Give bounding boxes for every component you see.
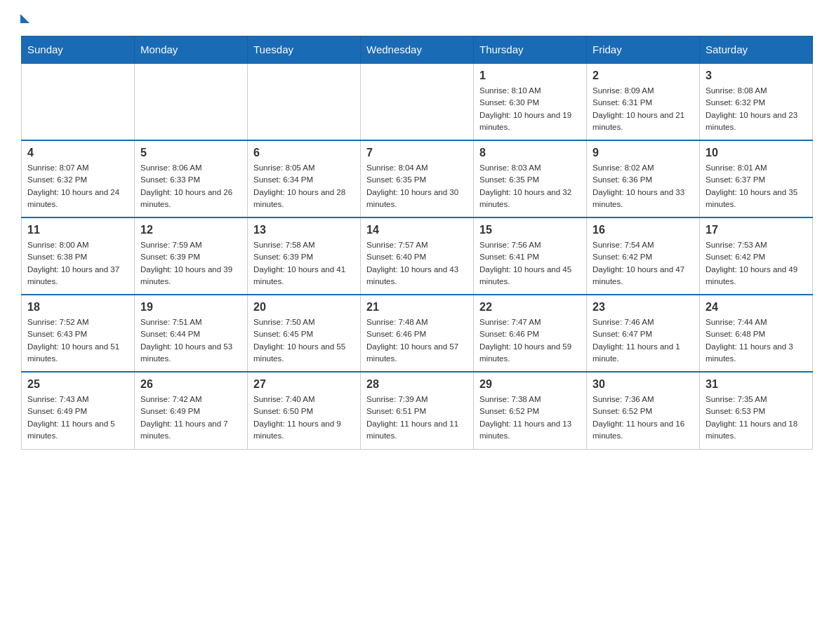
calendar-cell: 4Sunrise: 8:07 AMSunset: 6:32 PMDaylight…	[22, 140, 135, 217]
day-number: 23	[593, 301, 694, 314]
calendar-header-monday: Monday	[135, 36, 248, 64]
day-number: 5	[140, 147, 241, 159]
day-info: Sunrise: 8:08 AMSunset: 6:32 PMDaylight:…	[706, 85, 807, 133]
day-number: 11	[27, 224, 128, 236]
day-info: Sunrise: 7:56 AMSunset: 6:41 PMDaylight:…	[479, 239, 581, 288]
calendar-cell: 10Sunrise: 8:01 AMSunset: 6:37 PMDayligh…	[700, 140, 813, 217]
calendar-cell: 11Sunrise: 8:00 AMSunset: 6:38 PMDayligh…	[22, 217, 135, 295]
calendar-cell: 5Sunrise: 8:06 AMSunset: 6:33 PMDaylight…	[135, 140, 248, 217]
day-info: Sunrise: 7:48 AMSunset: 6:46 PMDaylight:…	[366, 316, 468, 365]
calendar-cell: 19Sunrise: 7:51 AMSunset: 6:44 PMDayligh…	[135, 295, 248, 372]
day-info: Sunrise: 7:36 AMSunset: 6:52 PMDaylight:…	[593, 394, 694, 442]
calendar-cell: 28Sunrise: 7:39 AMSunset: 6:51 PMDayligh…	[361, 372, 474, 449]
day-info: Sunrise: 8:04 AMSunset: 6:35 PMDaylight:…	[366, 162, 468, 210]
calendar-header-friday: Friday	[587, 36, 700, 64]
day-number: 6	[253, 147, 355, 159]
calendar-cell: 30Sunrise: 7:36 AMSunset: 6:52 PMDayligh…	[587, 372, 700, 449]
day-info: Sunrise: 7:52 AMSunset: 6:43 PMDaylight:…	[27, 316, 128, 365]
calendar-header-thursday: Thursday	[474, 36, 587, 64]
calendar-cell: 3Sunrise: 8:08 AMSunset: 6:32 PMDaylight…	[700, 63, 813, 140]
day-info: Sunrise: 7:43 AMSunset: 6:49 PMDaylight:…	[27, 394, 128, 442]
day-info: Sunrise: 8:10 AMSunset: 6:30 PMDaylight:…	[479, 85, 581, 133]
day-number: 8	[479, 147, 581, 159]
calendar-week-row: 25Sunrise: 7:43 AMSunset: 6:49 PMDayligh…	[22, 372, 813, 449]
logo	[21, 14, 29, 22]
calendar-header-tuesday: Tuesday	[248, 36, 361, 64]
day-number: 17	[706, 224, 807, 236]
day-number: 25	[27, 378, 128, 391]
calendar-cell: 15Sunrise: 7:56 AMSunset: 6:41 PMDayligh…	[474, 217, 587, 295]
calendar-week-row: 1Sunrise: 8:10 AMSunset: 6:30 PMDaylight…	[22, 63, 813, 140]
day-info: Sunrise: 8:05 AMSunset: 6:34 PMDaylight:…	[253, 162, 355, 210]
calendar-week-row: 18Sunrise: 7:52 AMSunset: 6:43 PMDayligh…	[22, 295, 813, 372]
page-header	[21, 14, 813, 22]
day-number: 14	[366, 224, 468, 236]
day-number: 21	[366, 301, 468, 314]
calendar-cell: 25Sunrise: 7:43 AMSunset: 6:49 PMDayligh…	[22, 372, 135, 449]
day-number: 1	[479, 69, 581, 82]
day-number: 24	[706, 301, 807, 314]
calendar-cell	[22, 63, 135, 140]
day-info: Sunrise: 7:35 AMSunset: 6:53 PMDaylight:…	[706, 394, 807, 442]
calendar-cell: 29Sunrise: 7:38 AMSunset: 6:52 PMDayligh…	[474, 372, 587, 449]
calendar-header-sunday: Sunday	[22, 36, 135, 64]
day-number: 9	[593, 147, 694, 159]
day-info: Sunrise: 7:46 AMSunset: 6:47 PMDaylight:…	[593, 316, 694, 365]
day-info: Sunrise: 8:01 AMSunset: 6:37 PMDaylight:…	[706, 162, 807, 210]
calendar-header-wednesday: Wednesday	[361, 36, 474, 64]
calendar-week-row: 11Sunrise: 8:00 AMSunset: 6:38 PMDayligh…	[22, 217, 813, 295]
logo-arrow-icon	[20, 14, 29, 23]
day-number: 31	[706, 378, 807, 391]
day-info: Sunrise: 8:09 AMSunset: 6:31 PMDaylight:…	[593, 85, 694, 133]
calendar-cell: 12Sunrise: 7:59 AMSunset: 6:39 PMDayligh…	[135, 217, 248, 295]
calendar-cell: 14Sunrise: 7:57 AMSunset: 6:40 PMDayligh…	[361, 217, 474, 295]
calendar-table: SundayMondayTuesdayWednesdayThursdayFrid…	[21, 36, 813, 450]
calendar-cell	[248, 63, 361, 140]
calendar-cell: 1Sunrise: 8:10 AMSunset: 6:30 PMDaylight…	[474, 63, 587, 140]
day-info: Sunrise: 8:02 AMSunset: 6:36 PMDaylight:…	[593, 162, 694, 210]
day-info: Sunrise: 8:03 AMSunset: 6:35 PMDaylight:…	[479, 162, 581, 210]
calendar-cell: 17Sunrise: 7:53 AMSunset: 6:42 PMDayligh…	[700, 217, 813, 295]
calendar-cell: 7Sunrise: 8:04 AMSunset: 6:35 PMDaylight…	[361, 140, 474, 217]
calendar-cell: 9Sunrise: 8:02 AMSunset: 6:36 PMDaylight…	[587, 140, 700, 217]
day-number: 30	[593, 378, 694, 391]
day-number: 2	[593, 69, 694, 82]
day-info: Sunrise: 7:44 AMSunset: 6:48 PMDaylight:…	[706, 316, 807, 365]
day-number: 19	[140, 301, 241, 314]
day-info: Sunrise: 8:00 AMSunset: 6:38 PMDaylight:…	[27, 239, 128, 288]
day-number: 27	[253, 378, 355, 391]
day-info: Sunrise: 7:59 AMSunset: 6:39 PMDaylight:…	[140, 239, 241, 288]
day-number: 7	[366, 147, 468, 159]
day-info: Sunrise: 7:54 AMSunset: 6:42 PMDaylight:…	[593, 239, 694, 288]
calendar-cell	[135, 63, 248, 140]
calendar-cell: 20Sunrise: 7:50 AMSunset: 6:45 PMDayligh…	[248, 295, 361, 372]
day-info: Sunrise: 7:53 AMSunset: 6:42 PMDaylight:…	[706, 239, 807, 288]
calendar-cell: 22Sunrise: 7:47 AMSunset: 6:46 PMDayligh…	[474, 295, 587, 372]
calendar-header-saturday: Saturday	[700, 36, 813, 64]
day-number: 3	[706, 69, 807, 82]
calendar-cell: 24Sunrise: 7:44 AMSunset: 6:48 PMDayligh…	[700, 295, 813, 372]
day-info: Sunrise: 7:39 AMSunset: 6:51 PMDaylight:…	[366, 394, 468, 442]
day-info: Sunrise: 7:57 AMSunset: 6:40 PMDaylight:…	[366, 239, 468, 288]
calendar-cell: 6Sunrise: 8:05 AMSunset: 6:34 PMDaylight…	[248, 140, 361, 217]
calendar-cell: 26Sunrise: 7:42 AMSunset: 6:49 PMDayligh…	[135, 372, 248, 449]
day-info: Sunrise: 7:51 AMSunset: 6:44 PMDaylight:…	[140, 316, 241, 365]
calendar-cell: 23Sunrise: 7:46 AMSunset: 6:47 PMDayligh…	[587, 295, 700, 372]
calendar-cell	[361, 63, 474, 140]
day-number: 26	[140, 378, 241, 391]
day-number: 16	[593, 224, 694, 236]
calendar-cell: 13Sunrise: 7:58 AMSunset: 6:39 PMDayligh…	[248, 217, 361, 295]
calendar-week-row: 4Sunrise: 8:07 AMSunset: 6:32 PMDaylight…	[22, 140, 813, 217]
calendar-cell: 27Sunrise: 7:40 AMSunset: 6:50 PMDayligh…	[248, 372, 361, 449]
day-number: 15	[479, 224, 581, 236]
day-info: Sunrise: 8:06 AMSunset: 6:33 PMDaylight:…	[140, 162, 241, 210]
day-info: Sunrise: 7:47 AMSunset: 6:46 PMDaylight:…	[479, 316, 581, 365]
calendar-cell: 16Sunrise: 7:54 AMSunset: 6:42 PMDayligh…	[587, 217, 700, 295]
calendar-cell: 31Sunrise: 7:35 AMSunset: 6:53 PMDayligh…	[700, 372, 813, 449]
calendar-cell: 8Sunrise: 8:03 AMSunset: 6:35 PMDaylight…	[474, 140, 587, 217]
day-info: Sunrise: 7:42 AMSunset: 6:49 PMDaylight:…	[140, 394, 241, 442]
day-number: 28	[366, 378, 468, 391]
day-info: Sunrise: 7:58 AMSunset: 6:39 PMDaylight:…	[253, 239, 355, 288]
calendar-cell: 21Sunrise: 7:48 AMSunset: 6:46 PMDayligh…	[361, 295, 474, 372]
day-number: 20	[253, 301, 355, 314]
